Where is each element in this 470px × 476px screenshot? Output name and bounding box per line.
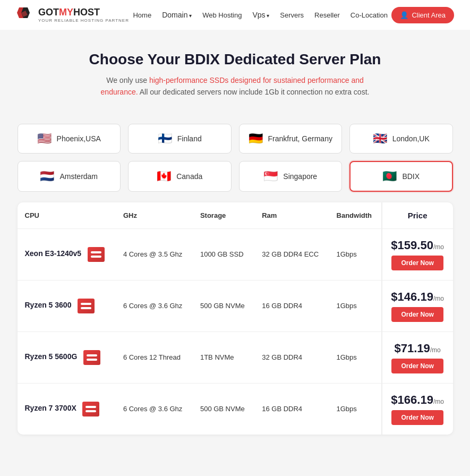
storage-cell: 1000 GB SSD	[193, 228, 254, 280]
location-finland[interactable]: 🇫🇮 Finland	[128, 124, 232, 154]
price-suffix: /mo	[430, 346, 441, 354]
nav-servers[interactable]: Servers	[280, 11, 304, 19]
order-now-button[interactable]: Order Now	[391, 410, 443, 425]
flag-amsterdam: 🇳🇱	[40, 169, 54, 183]
cpu-name: Ryzen 7 3700X	[25, 404, 76, 412]
storage-cell: 1TB NVMe	[193, 332, 254, 383]
table-row: Xeon E3-1240v5 4 Cores @ 3.5 Ghz 1000 GB…	[18, 228, 453, 280]
label-singapore: Singapore	[283, 172, 317, 181]
cpu-icon	[83, 350, 100, 365]
header-price: Price	[382, 202, 453, 229]
flag-singapore: 🇸🇬	[263, 169, 278, 183]
location-grid: 🇺🇸 Phoenix,USA 🇫🇮 Finland 🇩🇪 Frankfrut, …	[7, 124, 464, 192]
hero-title: Choose Your BDIX Dedicated Server Plan	[11, 51, 459, 68]
price-cell: $71.19/mo Order Now	[382, 332, 453, 383]
price-value: $71.19	[394, 342, 430, 355]
price-suffix: /mo	[433, 398, 444, 405]
server-table: CPU GHz Storage Ram Bandwidth Price Xeon…	[18, 202, 453, 435]
ram-cell: 32 GB DDR4	[254, 332, 329, 383]
order-now-button[interactable]: Order Now	[391, 359, 443, 373]
label-phoenix: Phoenix,USA	[57, 134, 101, 143]
logo-text: GOTMYHOST YOUR RELIABLE HOSTING PARTNER	[38, 7, 129, 23]
ram-cell: 32 GB DDR4 ECC	[254, 228, 329, 280]
order-now-button[interactable]: Order Now	[391, 307, 443, 322]
price-suffix: /mo	[433, 295, 444, 302]
header-bandwidth: Bandwidth	[329, 202, 382, 229]
header-ghz: GHz	[116, 202, 193, 229]
ghz-cell: 6 Cores 12 Thread	[116, 332, 193, 383]
label-finland: Finland	[177, 134, 202, 143]
nav-reseller[interactable]: Reseller	[314, 11, 340, 19]
flag-frankfurt: 🇩🇪	[249, 132, 263, 146]
nav-colocation[interactable]: Co-Location	[351, 11, 388, 19]
hero-description: We only use high-performance SSDs design…	[97, 74, 373, 98]
ghz-cell: 6 Cores @ 3.6 Ghz	[116, 383, 193, 435]
header: GOTMYHOST YOUR RELIABLE HOSTING PARTNER …	[0, 0, 470, 30]
table-row: Ryzen 5 3600 6 Cores @ 3.6 Ghz 500 GB NV…	[18, 280, 453, 332]
cpu-name: Ryzen 5 3600	[25, 301, 72, 309]
client-area-button[interactable]: 👤 Client Area	[391, 7, 454, 23]
label-frankfurt: Frankfrut, Germany	[268, 134, 332, 143]
table-row: Ryzen 5 5600G 6 Cores 12 Thread 1TB NVMe…	[18, 332, 453, 383]
nav-web-hosting[interactable]: Web Hosting	[202, 11, 242, 19]
hero-section: Choose Your BDIX Dedicated Server Plan W…	[0, 30, 470, 109]
price-value: $146.19	[391, 290, 433, 303]
user-icon: 👤	[400, 11, 408, 19]
cpu-cell: Ryzen 5 5600G	[18, 332, 116, 383]
hero-highlight: high-performance SSDs designed for susta…	[101, 76, 364, 96]
price-cell: $166.19/mo Order Now	[382, 383, 453, 435]
main-nav: Home Domain Web Hosting Vps Servers Rese…	[133, 11, 387, 19]
ghz-cell: 6 Cores @ 3.6 Ghz	[116, 280, 193, 332]
cpu-icon	[88, 247, 105, 262]
header-storage: Storage	[193, 202, 254, 229]
flag-phoenix: 🇺🇸	[37, 132, 52, 146]
location-amsterdam[interactable]: 🇳🇱 Amsterdam	[18, 161, 121, 192]
label-london: London,UK	[392, 134, 430, 143]
nav-home[interactable]: Home	[133, 11, 151, 19]
location-frankfurt[interactable]: 🇩🇪 Frankfrut, Germany	[239, 124, 343, 154]
price-cell: $146.19/mo Order Now	[382, 280, 453, 332]
location-singapore[interactable]: 🇸🇬 Singapore	[239, 161, 343, 192]
storage-cell: 500 GB NVMe	[193, 280, 254, 332]
flag-canada: 🇨🇦	[157, 169, 171, 183]
ghz-cell: 4 Cores @ 3.5 Ghz	[116, 228, 193, 280]
flag-finland: 🇫🇮	[158, 132, 172, 146]
ram-cell: 16 GB DDR4	[254, 280, 329, 332]
bandwidth-cell: 1Gbps	[329, 280, 382, 332]
cpu-cell: Ryzen 5 3600	[18, 280, 116, 332]
table-row: Ryzen 7 3700X 6 Cores @ 3.6 Ghz 500 GB N…	[18, 383, 453, 435]
server-table-section: CPU GHz Storage Ram Bandwidth Price Xeon…	[7, 202, 464, 435]
label-canada: Canada	[176, 172, 202, 181]
cpu-cell: Ryzen 7 3700X	[18, 383, 116, 435]
location-london[interactable]: 🇬🇧 London,UK	[349, 124, 453, 154]
header-cpu: CPU	[18, 202, 116, 229]
price-value: $166.19	[391, 393, 433, 406]
logo-host-text: HOST	[73, 7, 100, 18]
bandwidth-cell: 1Gbps	[329, 332, 382, 383]
price-suffix: /mo	[433, 243, 444, 251]
flag-london: 🇬🇧	[373, 132, 387, 146]
bandwidth-cell: 1Gbps	[329, 383, 382, 435]
cpu-icon	[82, 402, 99, 416]
location-bdix[interactable]: 🇧🇩 BDIX	[349, 161, 453, 192]
nav-domain[interactable]: Domain	[162, 11, 192, 19]
logo-icon	[16, 5, 35, 24]
nav-vps[interactable]: Vps	[252, 11, 269, 19]
cpu-name: Ryzen 5 5600G	[25, 352, 78, 361]
storage-cell: 500 GB NVMe	[193, 383, 254, 435]
cpu-cell: Xeon E3-1240v5	[18, 228, 116, 280]
logo: GOTMYHOST YOUR RELIABLE HOSTING PARTNER	[16, 5, 129, 24]
flag-bdix: 🇧🇩	[382, 169, 397, 183]
location-canada[interactable]: 🇨🇦 Canada	[128, 161, 232, 192]
logo-my: MY	[59, 7, 73, 18]
label-bdix: BDIX	[402, 172, 420, 181]
cpu-name: Xeon E3-1240v5	[25, 249, 82, 258]
bandwidth-cell: 1Gbps	[329, 228, 382, 280]
price-value: $159.50	[391, 239, 433, 252]
location-phoenix[interactable]: 🇺🇸 Phoenix,USA	[18, 124, 121, 154]
label-amsterdam: Amsterdam	[59, 172, 98, 181]
order-now-button[interactable]: Order Now	[391, 256, 443, 270]
price-cell: $159.50/mo Order Now	[382, 228, 453, 280]
header-ram: Ram	[254, 202, 329, 229]
ram-cell: 16 GB DDR4	[254, 383, 329, 435]
